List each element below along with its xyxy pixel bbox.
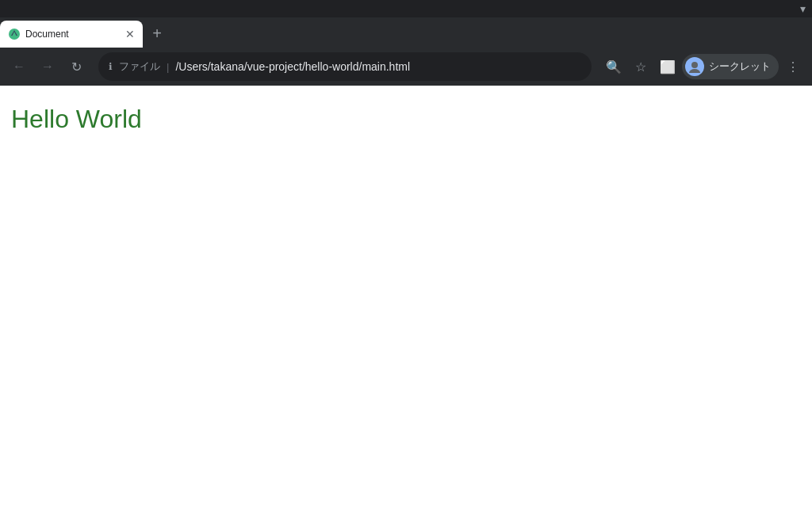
page-heading: Hello World	[11, 105, 801, 134]
tab-bar: Document ✕ +	[0, 17, 812, 48]
info-icon: ℹ	[109, 61, 113, 72]
file-label: ファイル	[119, 59, 160, 74]
new-tab-button[interactable]: +	[146, 22, 168, 44]
address-bar[interactable]: ℹ ファイル | /Users/takana/vue-project/hello…	[98, 52, 592, 81]
bookmark-button[interactable]: ☆	[628, 54, 653, 79]
profile-button[interactable]: シークレット	[682, 54, 779, 79]
svg-point-1	[691, 62, 698, 68]
svg-point-2	[689, 69, 700, 73]
browser-content: Hello World	[0, 86, 812, 528]
forward-button[interactable]: →	[35, 54, 60, 79]
tablet-button[interactable]: ⬜	[655, 54, 680, 79]
search-button[interactable]: 🔍	[601, 54, 626, 79]
reload-button[interactable]: ↻	[63, 54, 89, 79]
avatar	[685, 57, 704, 76]
window-top-bar: ▾	[0, 0, 812, 17]
nav-right-icons: 🔍 ☆ ⬜ シークレット ⋮	[601, 54, 806, 79]
address-url: /Users/takana/vue-project/hello-world/ma…	[175, 60, 581, 73]
nav-bar: ← → ↻ ℹ ファイル | /Users/takana/vue-project…	[0, 48, 812, 86]
tab-close-button[interactable]: ✕	[124, 28, 136, 40]
tab-favicon-icon	[8, 28, 21, 40]
back-button[interactable]: ←	[6, 54, 32, 79]
more-button[interactable]: ⋮	[780, 54, 806, 79]
browser-tab-active[interactable]: Document ✕	[0, 21, 143, 48]
window-chevron-icon[interactable]: ▾	[800, 2, 806, 15]
profile-label: シークレット	[709, 59, 771, 74]
address-separator: |	[167, 61, 169, 73]
tab-title: Document	[25, 29, 119, 40]
